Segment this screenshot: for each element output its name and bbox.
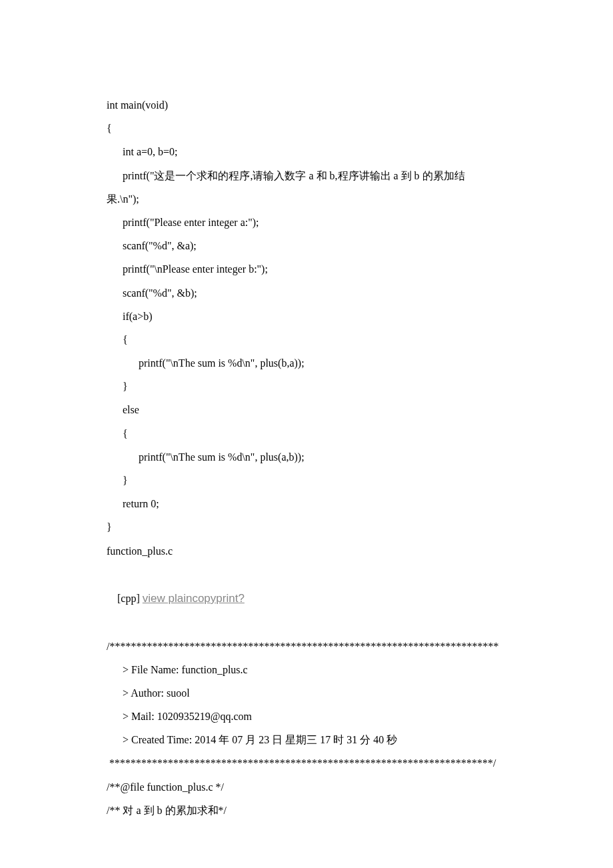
trailing-comment: /**@file function_plus.c */ (107, 775, 506, 799)
comment-open: /***************************************… (107, 635, 506, 658)
code-line: } (107, 515, 506, 539)
code-line: int a=0, b=0; (107, 140, 506, 163)
cpp-tag: [cpp] (117, 593, 143, 604)
code-line-part: 果.\n"); (107, 187, 506, 211)
code-line: } (107, 469, 506, 492)
code-line: printf("Please enter integer a:"); (107, 211, 506, 234)
code-line: } (107, 375, 506, 398)
trailing-comment: /** 对 a 到 b 的累加求和*/ (107, 799, 506, 822)
code-line: printf("\nThe sum is %d\n", plus(a,b)); (107, 445, 506, 469)
comment-created: > Created Time: 2014 年 07 月 23 日 星期三 17 … (107, 728, 506, 751)
code-line: printf("\nThe sum is %d\n", plus(b,a)); (107, 351, 506, 375)
code-line: int main(void) (107, 93, 506, 117)
code-block: int main(void){int a=0, b=0;printf("这是一个… (107, 93, 506, 539)
code-line-part: printf("这是一个求和的程序,请输入数字 a 和 b,程序讲输出 a 到 … (107, 164, 506, 187)
comment-mail: > Mail: 1020935219@qq.com (107, 705, 506, 728)
cpp-link-line: [cpp] view plaincopyprint? (107, 563, 506, 635)
comment-author: > Author: suool (107, 681, 506, 705)
code-line: if(a>b) (107, 305, 506, 328)
code-line: { (107, 117, 506, 140)
comment-file-name: > File Name: function_plus.c (107, 658, 506, 681)
code-line: else (107, 398, 506, 421)
code-line: scanf("%d", &b); (107, 281, 506, 305)
document-page: int main(void){int a=0, b=0;printf("这是一个… (0, 0, 613, 868)
view-plain-link[interactable]: view plaincopyprint? (143, 592, 245, 605)
code-line: scanf("%d", &a); (107, 234, 506, 257)
code-line: { (107, 422, 506, 445)
code-line: printf("\nPlease enter integer b:"); (107, 257, 506, 281)
comment-close: ****************************************… (107, 751, 506, 775)
code-line: { (107, 328, 506, 351)
filename-label: function_plus.c (107, 539, 506, 563)
code-line: return 0; (107, 492, 506, 515)
